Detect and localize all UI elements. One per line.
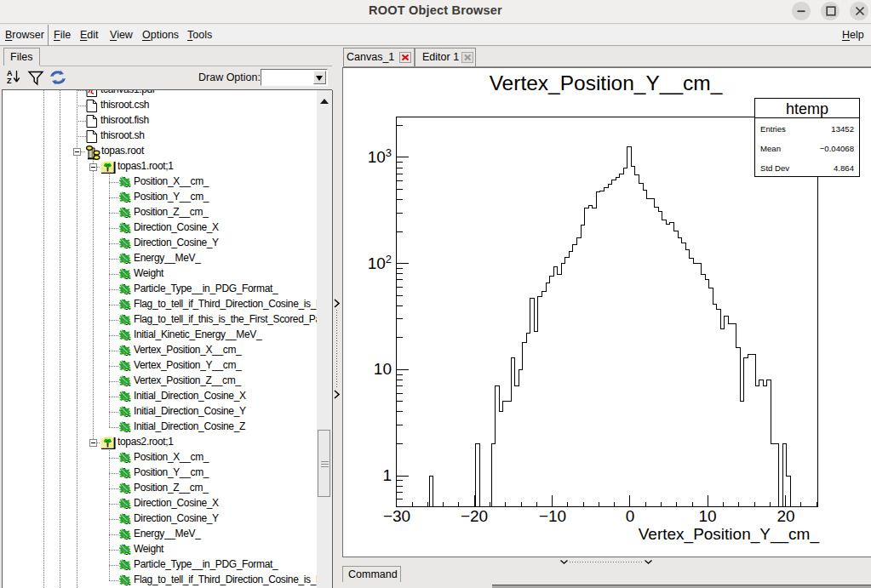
svg-text:−0.04068: −0.04068 xyxy=(820,144,854,153)
svg-text:Vertex_Position_Y__cm_: Vertex_Position_Y__cm_ xyxy=(490,71,723,94)
svg-text:−30: −30 xyxy=(383,507,410,525)
svg-text:102: 102 xyxy=(368,253,392,272)
svg-text:−20: −20 xyxy=(461,507,488,525)
svg-text:10: 10 xyxy=(374,360,392,378)
svg-text:Z: Z xyxy=(7,77,12,85)
svg-text:20: 20 xyxy=(776,507,794,525)
svg-text:Std Dev: Std Dev xyxy=(760,163,789,173)
svg-text:−10: −10 xyxy=(539,507,566,525)
svg-text:Entries: Entries xyxy=(760,124,786,134)
svg-text:htemp: htemp xyxy=(786,100,828,117)
svg-text:Mean: Mean xyxy=(760,144,781,153)
svg-text:4.864: 4.864 xyxy=(834,163,855,173)
svg-text:0: 0 xyxy=(626,507,635,525)
svg-text:1: 1 xyxy=(382,466,392,484)
svg-text:Vertex_Position_Y__cm_: Vertex_Position_Y__cm_ xyxy=(639,525,820,544)
svg-text:103: 103 xyxy=(368,146,392,166)
svg-text:10: 10 xyxy=(698,507,716,525)
svg-text:13452: 13452 xyxy=(831,124,854,134)
